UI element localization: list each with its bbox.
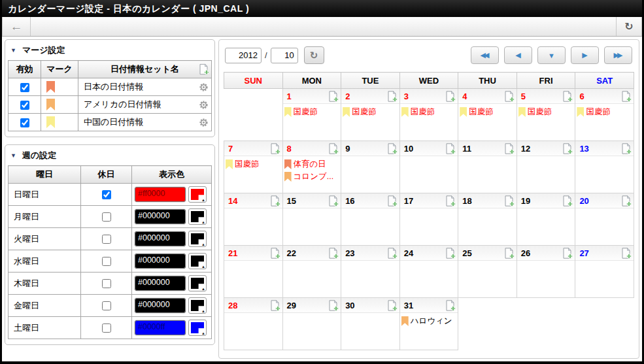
nav-last-month-button[interactable]: ▶▶ [604, 46, 632, 64]
day-number: 12 [521, 144, 562, 154]
event-bookmark-icon [284, 159, 292, 169]
day-number: 22 [287, 248, 328, 258]
settings-gear-icon[interactable] [199, 82, 209, 92]
dataset-name: 中国の日付情報 [84, 116, 196, 128]
nav-current-month-button[interactable]: ▼ [537, 46, 566, 64]
holiday-checkbox[interactable] [102, 190, 111, 199]
add-event-icon[interactable] [503, 248, 515, 259]
day-header: 16 [341, 193, 399, 208]
add-event-icon[interactable] [328, 195, 339, 207]
reload-page-button[interactable]: ↻ [616, 17, 642, 36]
color-input[interactable]: #000000 [135, 231, 186, 246]
merge-enabled-checkbox[interactable] [20, 83, 29, 92]
color-picker-button[interactable]: ▲ [188, 253, 207, 269]
add-event-icon[interactable] [328, 143, 339, 154]
holiday-checkbox[interactable] [102, 212, 111, 222]
calendar-event[interactable]: 国慶節 [518, 106, 574, 118]
add-dataset-icon[interactable] [198, 64, 209, 75]
merge-enabled-checkbox[interactable] [20, 118, 29, 127]
calendar-event[interactable]: 国慶節 [284, 106, 340, 118]
holiday-checkbox[interactable] [102, 257, 111, 266]
add-event-icon[interactable] [562, 143, 573, 154]
day-number: 6 [579, 91, 620, 101]
add-event-icon[interactable] [386, 195, 398, 207]
settings-gear-icon[interactable] [199, 100, 209, 110]
add-event-icon[interactable] [328, 91, 339, 102]
add-event-icon[interactable] [269, 300, 280, 311]
nav-next-month-button[interactable]: ▶ [571, 46, 599, 64]
add-event-icon[interactable] [620, 143, 632, 154]
settings-gear-icon[interactable] [199, 118, 209, 127]
merge-enabled-checkbox[interactable] [20, 101, 29, 110]
add-event-icon[interactable] [386, 143, 398, 154]
next-month-icon: ▶ [582, 51, 587, 59]
calendar-event[interactable]: 体育の日 [284, 158, 340, 171]
week-row: 火曜日#000000▲ [8, 228, 212, 250]
add-event-icon[interactable] [562, 248, 573, 259]
calendar-event[interactable]: コロンブ... [284, 171, 340, 183]
add-event-icon[interactable] [620, 195, 632, 207]
event-list [341, 313, 399, 315]
add-event-icon[interactable] [386, 300, 398, 311]
calendar-event[interactable]: 国慶節 [226, 158, 281, 171]
add-event-icon[interactable] [386, 248, 398, 259]
holiday-checkbox[interactable] [102, 235, 111, 244]
add-event-icon[interactable] [269, 248, 280, 259]
color-picker-button[interactable]: ▲ [188, 275, 207, 291]
add-event-icon[interactable] [503, 91, 515, 102]
holiday-checkbox[interactable] [102, 279, 111, 288]
week-panel-header[interactable]: ▼ 週の設定 [8, 147, 212, 165]
day-number: 31 [404, 301, 445, 310]
add-event-icon[interactable] [562, 91, 573, 102]
holiday-checkbox[interactable] [102, 323, 111, 333]
add-event-icon[interactable] [620, 248, 632, 259]
add-event-icon[interactable] [445, 91, 456, 102]
calendar-event[interactable]: 国慶節 [577, 106, 632, 118]
back-button[interactable]: ← [2, 17, 31, 36]
color-picker-button[interactable]: ▲ [188, 186, 207, 203]
event-list [575, 156, 634, 158]
merge-panel-header[interactable]: ▼ マージ設定 [8, 42, 212, 60]
add-event-icon[interactable] [386, 91, 398, 102]
picker-arrow-icon: ▲ [201, 242, 205, 246]
add-event-icon[interactable] [445, 248, 456, 259]
add-event-icon[interactable] [503, 143, 515, 154]
reload-calendar-button[interactable]: ↻ [304, 46, 324, 64]
year-input[interactable] [225, 48, 262, 63]
add-event-icon[interactable] [269, 195, 280, 207]
add-event-icon[interactable] [445, 143, 456, 154]
calendar-event[interactable]: 国慶節 [343, 106, 398, 118]
add-event-icon[interactable] [445, 300, 456, 311]
color-picker-button[interactable]: ▲ [188, 208, 207, 225]
add-event-icon[interactable] [445, 195, 456, 207]
day-number: 1 [287, 91, 328, 101]
color-picker-button[interactable]: ▲ [188, 231, 207, 247]
calendar-day-cell: 1国慶節 [282, 89, 341, 141]
color-picker-button[interactable]: ▲ [188, 320, 207, 336]
color-input[interactable]: #000000 [135, 209, 186, 224]
color-input[interactable]: #000000 [135, 298, 186, 313]
color-input[interactable]: #000000 [135, 276, 186, 291]
color-input[interactable]: #000000 [135, 254, 186, 269]
calendar-event[interactable]: 国慶節 [401, 106, 457, 118]
holiday-checkbox[interactable] [102, 301, 111, 310]
add-event-icon[interactable] [620, 91, 632, 102]
add-event-icon[interactable] [269, 143, 280, 154]
calendar-event[interactable]: ハロウィン [401, 315, 457, 327]
add-event-icon[interactable] [503, 195, 515, 207]
weekday-label: 日曜日 [8, 184, 81, 206]
color-input[interactable]: #ff0000 [135, 187, 186, 202]
day-header: 28 [224, 298, 282, 313]
day-number: 16 [345, 196, 386, 206]
month-input[interactable] [271, 48, 298, 63]
calendar-day-cell: 29 [282, 298, 341, 350]
calendar-event[interactable]: 国慶節 [460, 106, 515, 118]
nav-prev-month-button[interactable]: ◀ [504, 46, 532, 64]
color-input[interactable]: #0000ff [135, 320, 186, 335]
calendar-day-cell: 6国慶節 [575, 89, 634, 141]
add-event-icon[interactable] [328, 248, 339, 259]
nav-first-month-button[interactable]: ◀◀ [471, 46, 499, 64]
add-event-icon[interactable] [328, 300, 339, 311]
add-event-icon[interactable] [562, 195, 573, 207]
color-picker-button[interactable]: ▲ [188, 297, 207, 314]
